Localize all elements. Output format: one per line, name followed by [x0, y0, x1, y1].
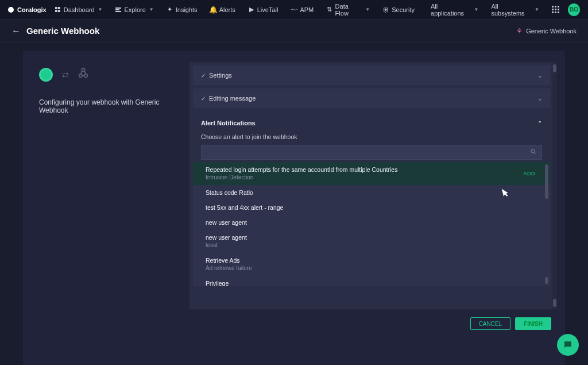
- outer-scrollbar[interactable]: [552, 62, 557, 309]
- alert-title: Retrieve Ads: [206, 256, 542, 264]
- nav-apm-label: APM: [300, 6, 314, 13]
- breadcrumb-right-label: Generic Webhook: [526, 28, 577, 34]
- chevron-down-icon: ⌄: [537, 72, 542, 79]
- flow-icons: ⇄: [39, 67, 177, 82]
- nav-alerts[interactable]: 🔔 Alerts: [206, 4, 240, 16]
- chat-bubble-button[interactable]: [557, 334, 579, 356]
- caret-down-icon: ▼: [365, 7, 370, 12]
- caret-down-icon: ▼: [149, 7, 154, 12]
- add-button[interactable]: ADD: [523, 170, 535, 177]
- alert-list-item[interactable]: new user agent tesst: [193, 230, 550, 253]
- nav-dataflow[interactable]: ⇅ Data Flow ▼: [322, 1, 374, 19]
- alert-subtitle: Intrusion Detection: [206, 174, 542, 182]
- scrollbar-thumb[interactable]: [553, 64, 556, 72]
- section-alert-notifications: Alert Notifications ⌃ Choose an alert to…: [193, 114, 550, 286]
- bell-icon: 🔔: [210, 6, 217, 13]
- chat-icon: [563, 340, 573, 350]
- alert-subtitle: Ad retrieval failure: [206, 264, 542, 272]
- alert-list-item[interactable]: Repeated login attempts for the same acc…: [193, 162, 550, 185]
- filter-all-applications-label: All applications: [431, 3, 471, 17]
- nav-alerts-label: Alerts: [219, 6, 235, 13]
- source-circle-icon: [39, 68, 53, 82]
- alert-list-item[interactable]: test 5xx and 4xx alert - range: [193, 200, 550, 215]
- search-icon: [530, 148, 537, 156]
- user-avatar[interactable]: BO: [568, 3, 580, 16]
- nav-dashboard[interactable]: Dashboard ▼: [50, 4, 107, 16]
- lines-icon: [115, 6, 122, 13]
- alert-search-box[interactable]: [201, 145, 542, 160]
- right-column: ✓ Settings ⌄ ✓ Editing message ⌄ Alert N…: [189, 51, 565, 365]
- alert-list-item[interactable]: Status code Ratio: [193, 185, 550, 200]
- nav-apm[interactable]: 〰 APM: [286, 4, 318, 16]
- webhook-glyph-icon: [77, 67, 90, 82]
- finish-label: FINISH: [524, 321, 543, 327]
- svg-line-4: [535, 153, 536, 155]
- accordion-settings[interactable]: ✓ Settings ⌄: [193, 66, 550, 85]
- apps-grid-icon: [552, 6, 560, 14]
- alert-title: Privilege: [206, 279, 542, 286]
- section-header[interactable]: Alert Notifications ⌃: [201, 120, 542, 126]
- cancel-label: CANCEL: [479, 321, 502, 327]
- play-icon: ▶: [248, 6, 255, 13]
- accordion-settings-label: Settings: [209, 72, 232, 79]
- cancel-button[interactable]: CANCEL: [470, 317, 511, 330]
- back-arrow-icon[interactable]: ←: [11, 26, 21, 36]
- accordion-editing-label: Editing message: [209, 95, 256, 102]
- inner-scrollbar-thumb[interactable]: [545, 164, 548, 199]
- breadcrumb-right: ⚘ Generic Webhook: [516, 27, 577, 35]
- caret-down-icon: ▼: [98, 7, 103, 12]
- nav-livetail-label: LiveTail: [257, 6, 278, 13]
- alert-list-item[interactable]: Privilege Giving privilege in AWS: [193, 276, 550, 286]
- sparkle-icon: ✦: [167, 6, 173, 13]
- chevron-down-icon: ⌄: [537, 95, 542, 102]
- svg-point-3: [531, 149, 535, 153]
- avatar-initials: BO: [570, 6, 578, 13]
- alert-list-item[interactable]: Retrieve Ads Ad retrieval failure: [193, 253, 550, 276]
- accordion-editing-message[interactable]: ✓ Editing message ⌄: [193, 89, 550, 108]
- flow-icon: ⇅: [326, 6, 332, 13]
- bidir-arrows-icon: ⇄: [62, 70, 68, 79]
- alert-list: Repeated login attempts for the same acc…: [193, 162, 550, 286]
- nav-explore-label: Explore: [124, 6, 145, 13]
- grid-icon: [55, 6, 61, 13]
- top-nav: Coralogix Dashboard ▼ Explore ▼ ✦ Insigh…: [0, 0, 588, 20]
- inner-scrollbar-thumb[interactable]: [545, 277, 548, 284]
- alert-title: test 5xx and 4xx alert - range: [206, 203, 542, 212]
- choose-label: Choose an alert to join the webhook: [201, 133, 542, 140]
- nav-security[interactable]: ⛨ Security: [378, 4, 419, 16]
- alert-title: Repeated login attempts for the same acc…: [206, 166, 542, 174]
- nav-dataflow-label: Data Flow: [335, 3, 362, 17]
- page-title: Generic Webhook: [26, 26, 99, 36]
- alert-title: new user agent: [206, 233, 542, 241]
- nav-security-label: Security: [392, 6, 415, 13]
- webhook-icon: ⚘: [516, 27, 523, 35]
- nav-dashboard-label: Dashboard: [64, 6, 95, 13]
- nav-livetail[interactable]: ▶ LiveTail: [243, 4, 283, 16]
- alert-list-item[interactable]: new user agent: [193, 215, 550, 230]
- filter-all-applications[interactable]: All applications ▼: [426, 1, 483, 19]
- filter-all-subsystems[interactable]: All subsystems ▼: [487, 1, 544, 19]
- finish-button[interactable]: FINISH: [515, 317, 551, 330]
- alert-search-input[interactable]: [206, 149, 530, 156]
- left-column: ⇄ Configuring your webhook with Generic …: [23, 51, 189, 365]
- scrollbar-thumb[interactable]: [553, 299, 556, 307]
- caret-down-icon: ▼: [474, 7, 479, 12]
- section-title: Alert Notifications: [201, 120, 256, 126]
- alert-subtitle: tesst: [206, 241, 542, 249]
- stage: ⇄ Configuring your webhook with Generic …: [23, 51, 565, 365]
- subheader: ← Generic Webhook ⚘ Generic Webhook: [0, 20, 588, 43]
- nav-explore[interactable]: Explore ▼: [110, 4, 158, 16]
- chevron-up-icon: ⌃: [537, 120, 542, 126]
- apps-grid-button[interactable]: [547, 3, 564, 16]
- brand-name: Coralogix: [17, 6, 47, 13]
- check-icon: ✓: [201, 95, 206, 102]
- panel-wrapper: ✓ Settings ⌄ ✓ Editing message ⌄ Alert N…: [189, 62, 557, 309]
- check-icon: ✓: [201, 72, 206, 79]
- wave-icon: 〰: [291, 6, 297, 13]
- brand-logo-icon: [8, 7, 14, 13]
- nav-insights[interactable]: ✦ Insights: [162, 4, 202, 16]
- footer-buttons: CANCEL FINISH: [189, 309, 560, 330]
- helper-text: Configuring your webhook with Generic We…: [39, 98, 177, 114]
- brand[interactable]: Coralogix: [8, 6, 47, 13]
- caret-down-icon: ▼: [535, 7, 539, 12]
